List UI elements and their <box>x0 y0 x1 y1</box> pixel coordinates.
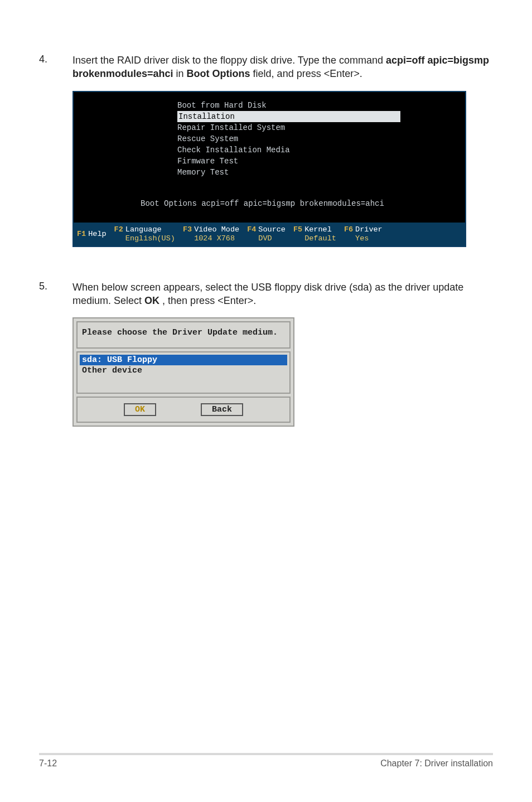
step-number: 5. <box>39 281 72 308</box>
fkey-driver[interactable]: F6 Driver Yes <box>344 225 383 243</box>
fkey-key: F5 <box>293 225 302 234</box>
step-5: 5. When below screen appears, select the… <box>39 281 493 308</box>
fkey-label: Source <box>258 225 286 234</box>
boot-item-label: Boot from Hard Disk <box>177 101 267 110</box>
fkey-label: Kernel <box>304 225 336 234</box>
fkey-key: F6 <box>344 225 353 234</box>
page-number: 7-12 <box>39 758 57 769</box>
driver-update-dialog: Please choose the Driver Update medium. … <box>72 317 294 427</box>
field-name: Boot Options <box>187 68 250 79</box>
fkey-sub: English(US) <box>125 234 175 243</box>
text: , then press <Enter>. <box>162 295 256 306</box>
fkey-label: Language <box>125 225 175 234</box>
boot-item[interactable]: Memory Test <box>177 167 465 178</box>
ok-bold: OK <box>144 295 159 306</box>
boot-item[interactable]: Check Installation Media <box>177 144 465 156</box>
fkey-language[interactable]: F2 Language English(US) <box>114 225 175 243</box>
step-number: 4. <box>39 54 72 81</box>
fkey-video[interactable]: F3 Video Mode 1024 X768 <box>183 225 239 243</box>
fkey-key: F3 <box>183 225 192 234</box>
boot-menu: Boot from Hard Disk Installation Repair … <box>74 100 465 178</box>
dialog-buttons: OK Back <box>76 397 291 423</box>
fkey-key: F2 <box>114 225 123 234</box>
fkey-label: Driver <box>355 225 383 234</box>
ok-button[interactable]: OK <box>124 403 156 416</box>
boot-screen: Boot from Hard Disk Installation Repair … <box>72 91 466 247</box>
step-text: When below screen appears, select the US… <box>72 281 493 308</box>
boot-item-label: Installation <box>177 111 400 122</box>
page-footer: 7-12 Chapter 7: Driver installation <box>39 753 493 769</box>
fkey-sub: 1024 X768 <box>194 234 239 243</box>
boot-item[interactable]: Repair Installed System <box>177 122 465 133</box>
fkey-sub: DVD <box>258 234 286 243</box>
boot-item[interactable]: Rescue System <box>177 133 465 144</box>
back-button[interactable]: Back <box>201 403 243 416</box>
fkey-label: Help <box>88 230 106 239</box>
boot-item-label: Firmware Test <box>177 157 238 166</box>
chapter-label: Chapter 7: Driver installation <box>380 758 493 769</box>
fkey-key: F1 <box>77 230 86 238</box>
list-item-selected[interactable]: sda: USB Floppy <box>80 355 287 365</box>
text: field, and press <Enter>. <box>253 68 362 79</box>
boot-item-label: Repair Installed System <box>177 123 285 132</box>
boot-item-selected[interactable]: Installation <box>177 111 465 122</box>
fkey-label: Video Mode <box>194 225 239 234</box>
dialog-list: sda: USB Floppy Other device <box>76 351 291 394</box>
text: Insert the RAID driver disk to the flopp… <box>72 55 386 66</box>
step-text: Insert the RAID driver disk to the flopp… <box>72 54 493 81</box>
boot-fkey-bar: F1 Help F2 Language English(US) F3 Video… <box>74 223 465 246</box>
boot-item[interactable]: Boot from Hard Disk <box>177 100 465 111</box>
list-item[interactable]: Other device <box>80 365 287 376</box>
fkey-source[interactable]: F4 Source DVD <box>247 225 286 243</box>
fkey-help[interactable]: F1 Help <box>77 230 107 239</box>
fkey-sub: Default <box>304 234 336 243</box>
text: in <box>176 68 187 79</box>
boot-item-label: Check Installation Media <box>177 146 290 154</box>
fkey-sub: Yes <box>355 234 383 243</box>
boot-options-line[interactable]: Boot Options acpi=off apic=bigsmp broken… <box>74 198 465 209</box>
dialog-title: Please choose the Driver Update medium. <box>76 321 291 349</box>
boot-item-label: Memory Test <box>177 168 229 177</box>
fkey-kernel[interactable]: F5 Kernel Default <box>293 225 336 243</box>
boot-item-label: Rescue System <box>177 134 238 143</box>
fkey-key: F4 <box>247 225 256 234</box>
step-4: 4. Insert the RAID driver disk to the fl… <box>39 54 493 81</box>
text: When below screen appears, select the US… <box>72 282 463 306</box>
boot-item[interactable]: Firmware Test <box>177 156 465 167</box>
